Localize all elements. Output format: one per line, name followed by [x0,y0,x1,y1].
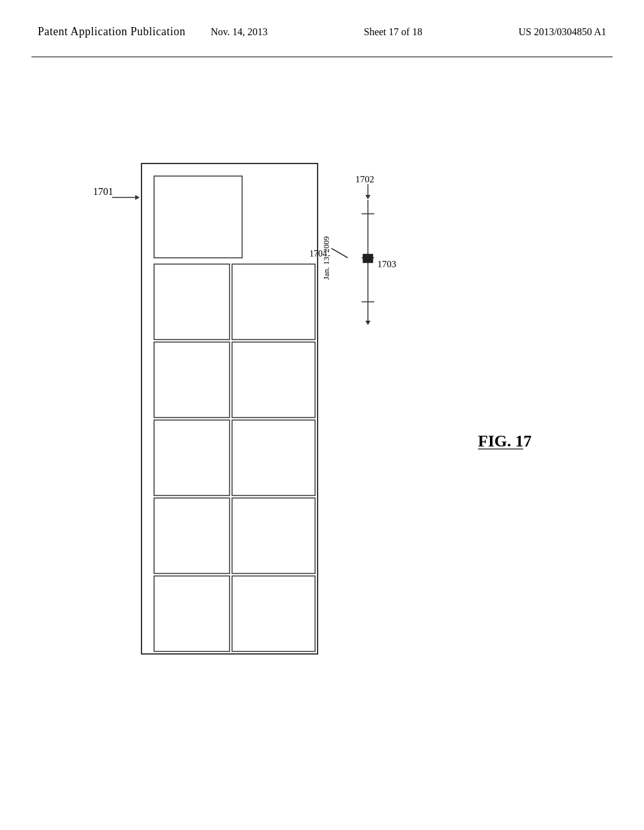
svg-rect-3 [154,176,242,258]
svg-rect-10 [154,498,230,573]
svg-rect-7 [232,342,315,418]
sheet-info: Sheet 17 of 18 [293,26,494,38]
svg-rect-12 [154,576,230,651]
svg-rect-9 [232,420,315,495]
label-1701: 1701 [93,186,113,197]
svg-rect-8 [154,420,230,495]
header-divider [31,57,613,57]
label-1702: 1702 [355,174,374,184]
svg-rect-11 [232,498,315,573]
svg-marker-15 [365,195,370,199]
publication-date: Nov. 14, 2013 [211,26,268,38]
svg-marker-1 [135,195,140,200]
patent-number: US 2013/0304850 A1 [518,26,606,38]
fig-label: FIG. 17 [478,432,531,450]
svg-rect-4 [154,264,230,340]
label-1703: 1703 [377,259,396,269]
svg-rect-5 [232,264,315,340]
svg-marker-17 [365,321,370,325]
svg-rect-22 [363,254,373,263]
page-header: Patent Application Publication Nov. 14, … [0,25,644,38]
publication-title: Patent Application Publication [38,25,186,38]
svg-rect-6 [154,342,230,418]
date-label: Jan. 13, 2009 [321,236,331,280]
figure-17-diagram: 1701 1702 1704 Jan. 13, 2009 1703 FIG. 1… [0,63,644,805]
svg-line-21 [331,248,348,258]
svg-rect-13 [232,576,315,651]
